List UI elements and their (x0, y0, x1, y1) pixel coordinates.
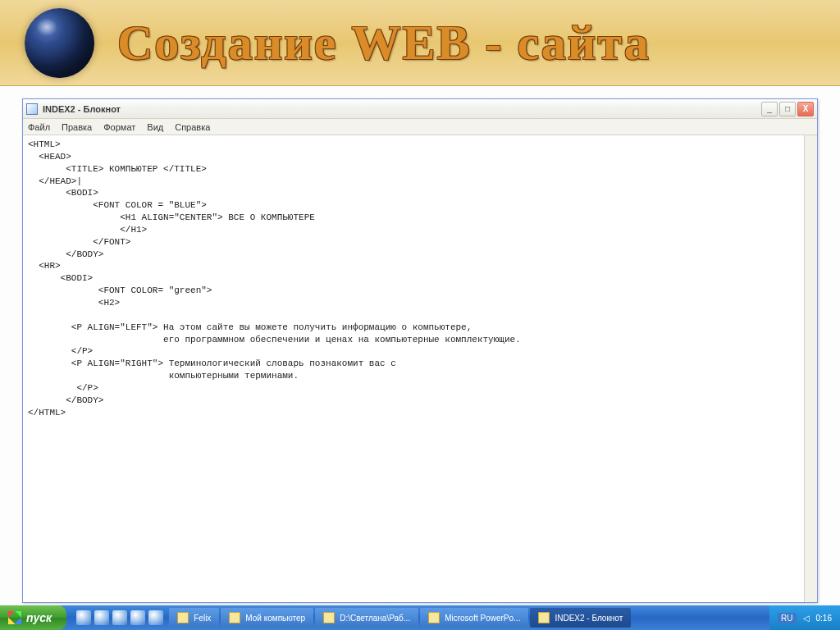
close-button[interactable]: X (797, 102, 814, 116)
menu-format[interactable]: Формат (103, 122, 135, 132)
app-icon (177, 612, 189, 623)
windows-logo-icon (8, 611, 21, 624)
task-label: D:\Светлана\Раб... (340, 614, 410, 623)
globe-icon (25, 8, 94, 78)
menu-view[interactable]: Вид (147, 122, 163, 132)
start-button[interactable]: пуск (0, 605, 66, 630)
task-label: Microsoft PowerPo... (445, 614, 520, 623)
quick-launch-icon[interactable] (76, 610, 91, 625)
menubar: Файл Правка Формат Вид Справка (23, 119, 817, 135)
taskbar-item-folder[interactable]: D:\Светлана\Раб... (315, 608, 418, 628)
language-indicator[interactable]: RU (778, 613, 796, 623)
taskbar-item-felix[interactable]: Felix (169, 608, 219, 628)
editor-text[interactable]: <HTML> <HEAD> <TITLE> КОМПЬЮТЕР </TITLE>… (23, 135, 817, 422)
quick-launch-icon[interactable] (94, 610, 109, 625)
quick-launch-icon[interactable] (112, 610, 127, 625)
start-label: пуск (26, 611, 52, 624)
app-icon (428, 612, 440, 623)
notepad-icon (26, 103, 38, 115)
menu-edit[interactable]: Правка (62, 122, 92, 132)
window-titlebar[interactable]: INDEX2 - Блокнот _ □ X (23, 99, 817, 119)
app-icon (538, 612, 550, 623)
vertical-scrollbar[interactable] (804, 135, 817, 602)
task-label: Мой компьютер (245, 614, 305, 623)
desktop-area: INDEX2 - Блокнот _ □ X Файл Правка Форма… (0, 86, 840, 630)
app-icon (229, 612, 240, 623)
maximize-button[interactable]: □ (779, 102, 796, 116)
task-label: Felix (194, 614, 211, 623)
window-controls: _ □ X (761, 102, 814, 116)
taskbar-item-notepad[interactable]: INDEX2 - Блокнот (530, 608, 631, 628)
slide-title: Создание WEB - сайта (117, 15, 651, 71)
editor-area[interactable]: <HTML> <HEAD> <TITLE> КОМПЬЮТЕР </TITLE>… (23, 135, 817, 602)
taskbar-item-powerpoint[interactable]: Microsoft PowerPo... (420, 608, 528, 628)
system-tray[interactable]: RU ◁ 0:16 (769, 605, 840, 630)
slide-header: Создание WEB - сайта (0, 0, 840, 86)
taskbar-item-mycomputer[interactable]: Мой компьютер (221, 608, 313, 628)
minimize-button[interactable]: _ (761, 102, 778, 116)
menu-file[interactable]: Файл (28, 122, 50, 132)
taskbar: пуск Felix Мой компьютер D:\Светлана\Раб… (0, 605, 840, 630)
tray-icon[interactable]: ◁ (803, 614, 810, 623)
task-label: INDEX2 - Блокнот (555, 614, 623, 623)
quick-launch-icon[interactable] (148, 610, 163, 625)
notepad-window: INDEX2 - Блокнот _ □ X Файл Правка Форма… (22, 98, 818, 603)
quick-launch-icon[interactable] (130, 610, 145, 625)
window-title: INDEX2 - Блокнот (43, 104, 121, 114)
clock[interactable]: 0:16 (816, 614, 832, 623)
folder-icon (323, 612, 335, 623)
menu-help[interactable]: Справка (175, 122, 210, 132)
quick-launch (71, 605, 168, 630)
